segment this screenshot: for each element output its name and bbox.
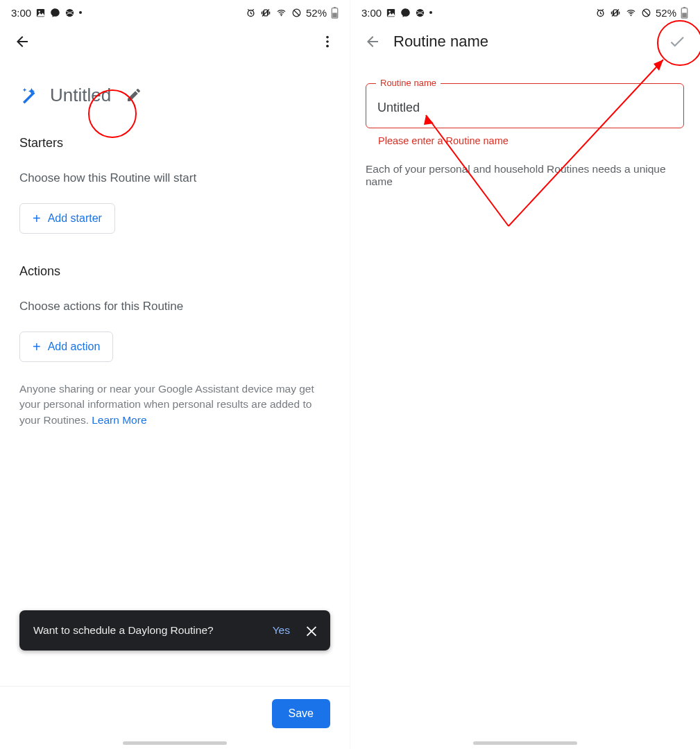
- status-battery-pct: 52%: [306, 7, 327, 19]
- wifi-icon: [275, 8, 287, 18]
- starters-subtitle: Choose how this Routine will start: [19, 171, 330, 185]
- wifi-icon: [625, 8, 637, 18]
- add-action-button[interactable]: + Add action: [19, 332, 113, 362]
- screen-routine-editor: 3:00 52%: [0, 0, 350, 749]
- alarm-icon: [246, 8, 256, 18]
- learn-more-link[interactable]: Learn More: [92, 414, 146, 426]
- svg-point-2: [66, 8, 74, 16]
- toast-close-button[interactable]: [304, 623, 319, 638]
- nav-pill[interactable]: [123, 741, 227, 745]
- battery-icon: [331, 7, 339, 19]
- svg-point-16: [389, 10, 391, 12]
- routine-title: Untitled: [50, 85, 111, 106]
- alarm-icon: [595, 8, 606, 18]
- vibrate-icon: [260, 8, 271, 18]
- starters-heading: Starters: [19, 136, 330, 150]
- svg-rect-11: [332, 12, 336, 17]
- status-bar: 3:00 52%: [0, 0, 350, 22]
- magic-wand-icon: [19, 85, 40, 105]
- edit-name-button[interactable]: [121, 82, 147, 108]
- confirm-button[interactable]: [662, 26, 692, 57]
- add-starter-label: Add starter: [48, 212, 102, 225]
- appbar-left: [0, 22, 350, 61]
- actions-heading: Actions: [19, 264, 330, 279]
- svg-point-13: [326, 40, 329, 43]
- back-button[interactable]: [7, 26, 37, 57]
- toast-message: Want to schedule a Daylong Routine?: [33, 624, 273, 637]
- bottom-divider: [0, 686, 350, 687]
- svg-line-23: [644, 10, 649, 15]
- photos-icon: [35, 8, 46, 18]
- save-button[interactable]: Save: [272, 699, 330, 728]
- status-time: 3:00: [361, 7, 382, 19]
- svg-point-14: [326, 45, 329, 48]
- more-notifications-dot: [79, 11, 82, 14]
- photos-icon: [386, 8, 396, 18]
- more-menu-button[interactable]: [312, 26, 343, 57]
- svg-rect-10: [334, 7, 336, 8]
- toast-yes-button[interactable]: Yes: [273, 624, 290, 637]
- disclaimer: Anyone sharing or near your Google Assis…: [19, 381, 325, 428]
- routine-name-field[interactable]: Routine name: [366, 83, 684, 128]
- routine-header: Untitled: [19, 82, 330, 108]
- actions-subtitle: Choose actions for this Routine: [19, 300, 330, 313]
- no-data-icon: [641, 8, 651, 18]
- battery-icon: [681, 7, 688, 19]
- svg-rect-26: [682, 12, 686, 17]
- add-action-label: Add action: [48, 341, 101, 353]
- sports-icon: [415, 8, 425, 18]
- status-bar: 3:00 52%: [350, 0, 699, 22]
- routine-name-input[interactable]: [377, 101, 672, 115]
- disclaimer-text: Anyone sharing or near your Google Assis…: [19, 383, 314, 426]
- back-button[interactable]: [357, 26, 388, 57]
- status-time: 3:00: [11, 7, 31, 19]
- field-label: Routine name: [376, 78, 441, 88]
- field-helper: Each of your personal and household Rout…: [366, 163, 684, 188]
- svg-point-1: [39, 10, 41, 12]
- svg-point-12: [326, 36, 329, 39]
- no-data-icon: [291, 8, 302, 18]
- add-starter-button[interactable]: + Add starter: [19, 203, 115, 234]
- svg-point-17: [416, 8, 424, 16]
- page-title: Routine name: [393, 33, 662, 51]
- svg-point-21: [630, 15, 631, 16]
- nav-pill[interactable]: [473, 741, 577, 745]
- svg-point-6: [280, 15, 282, 16]
- daylong-toast: Want to schedule a Daylong Routine? Yes: [19, 610, 330, 651]
- field-error: Please enter a Routine name: [378, 135, 684, 146]
- status-battery-pct: 52%: [656, 7, 676, 19]
- screen-routine-name: 3:00 52% Routine name: [350, 0, 699, 749]
- sports-icon: [65, 8, 75, 18]
- messenger-icon: [50, 8, 60, 18]
- svg-line-8: [294, 10, 300, 15]
- messenger-icon: [400, 8, 411, 18]
- vibrate-icon: [610, 8, 621, 18]
- more-notifications-dot: [429, 11, 432, 14]
- svg-rect-25: [683, 7, 685, 8]
- appbar-right: Routine name: [350, 22, 699, 61]
